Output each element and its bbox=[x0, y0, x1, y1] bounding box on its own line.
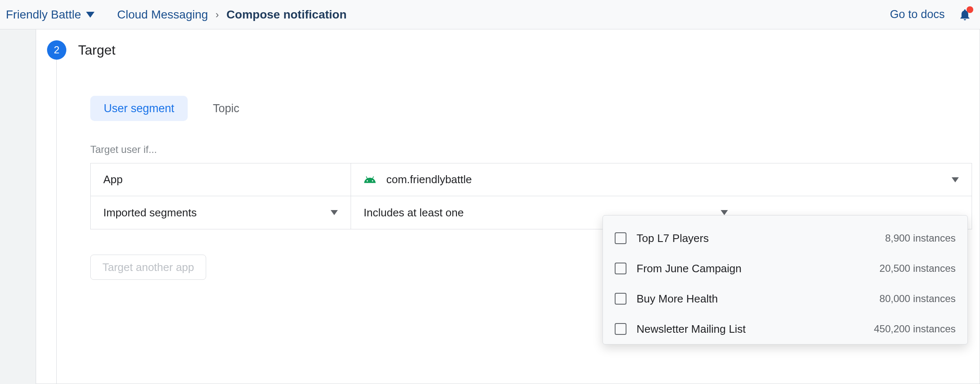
rule-attribute-text: Imported segments bbox=[103, 206, 197, 219]
target-another-app-button[interactable]: Target another app bbox=[90, 255, 206, 280]
rule-label-app-text: App bbox=[103, 173, 123, 186]
header-bar: Friendly Battle Cloud Messaging › Compos… bbox=[0, 0, 980, 29]
breadcrumb-cloud-messaging[interactable]: Cloud Messaging bbox=[117, 8, 208, 21]
caret-down-icon bbox=[86, 12, 94, 18]
notifications-button[interactable] bbox=[957, 7, 972, 22]
segment-option[interactable]: Top L7 Players 8,900 instances bbox=[603, 223, 967, 253]
segment-count: 80,000 instances bbox=[880, 293, 956, 305]
segment-name: Top L7 Players bbox=[637, 232, 885, 245]
checkbox[interactable] bbox=[615, 323, 626, 335]
android-icon bbox=[364, 174, 376, 186]
rule-label-app: App bbox=[91, 163, 351, 196]
rule-condition-text: Includes at least one bbox=[364, 206, 464, 219]
notification-badge bbox=[967, 6, 973, 13]
rule-row-app: App com.friendlybattle bbox=[91, 163, 972, 196]
segment-count: 20,500 instances bbox=[880, 263, 956, 274]
target-user-if-label: Target user if... bbox=[90, 144, 980, 155]
chevron-right-icon: › bbox=[215, 9, 219, 21]
target-mode-tabs: User segment Topic bbox=[90, 96, 980, 121]
step-number-badge: 2 bbox=[47, 40, 66, 60]
app-selector[interactable]: com.friendlybattle bbox=[351, 163, 972, 196]
caret-down-icon bbox=[951, 177, 959, 182]
segment-count: 8,900 instances bbox=[885, 232, 956, 244]
caret-down-icon bbox=[330, 210, 338, 215]
segment-option[interactable]: Buy More Health 80,000 instances bbox=[603, 284, 967, 314]
project-name: Friendly Battle bbox=[6, 8, 81, 21]
project-selector[interactable]: Friendly Battle bbox=[6, 8, 94, 21]
rule-attribute-selector[interactable]: Imported segments bbox=[91, 196, 351, 229]
segment-name: From June Campaign bbox=[637, 262, 880, 275]
caret-down-icon bbox=[721, 210, 728, 215]
go-to-docs-link[interactable]: Go to docs bbox=[890, 8, 945, 21]
segment-count: 450,200 instances bbox=[874, 323, 956, 335]
segment-name: Buy More Health bbox=[637, 292, 880, 305]
tab-user-segment[interactable]: User segment bbox=[90, 96, 188, 121]
app-package-name: com.friendlybattle bbox=[386, 173, 472, 186]
imported-segments-dropdown: Top L7 Players 8,900 instances From June… bbox=[603, 215, 968, 345]
step-title: Target bbox=[78, 42, 115, 58]
step-header: 2 Target bbox=[47, 40, 115, 60]
checkbox[interactable] bbox=[615, 263, 626, 274]
segment-option[interactable]: Newsletter Mailing List 450,200 instance… bbox=[603, 314, 967, 344]
checkbox[interactable] bbox=[615, 293, 626, 305]
tab-topic[interactable]: Topic bbox=[199, 96, 253, 121]
breadcrumb-compose-notification: Compose notification bbox=[226, 8, 346, 21]
segment-name: Newsletter Mailing List bbox=[637, 323, 874, 336]
segment-option[interactable]: From June Campaign 20,500 instances bbox=[603, 253, 967, 284]
checkbox[interactable] bbox=[615, 232, 626, 244]
